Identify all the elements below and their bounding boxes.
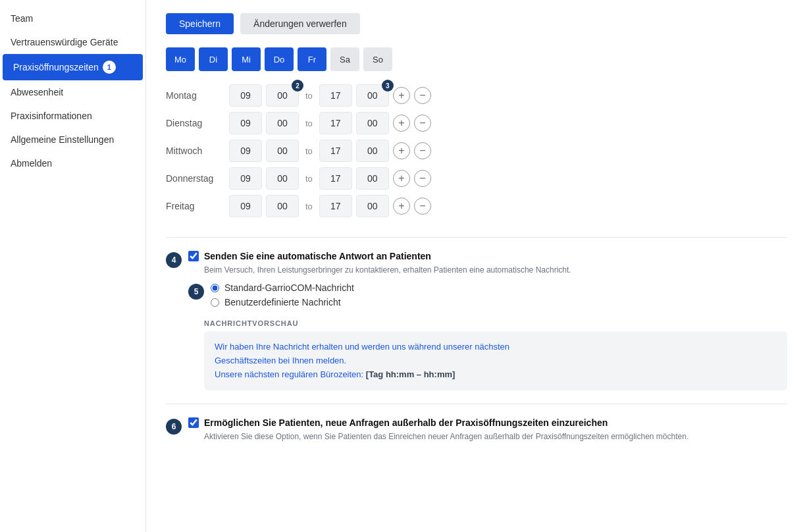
step-badge-5: 5: [188, 284, 204, 300]
outside-requests-content: Ermöglichen Sie Patienten, neue Anfragen…: [188, 417, 787, 449]
day-btn-sa[interactable]: Sa: [330, 47, 359, 71]
to-min-input[interactable]: 00: [356, 140, 389, 162]
sidebar-item-trusted-devices[interactable]: Vertrauenswürdige Geräte: [0, 30, 145, 54]
divider-2: [166, 404, 787, 404]
radio-custom[interactable]: [211, 298, 219, 307]
auto-response-checkbox-row: Senden Sie eine automatische Antwort an …: [188, 251, 787, 261]
to-hour-input[interactable]: 17: [319, 140, 352, 162]
add-slot-button[interactable]: +: [393, 115, 410, 132]
step-badge-4: 4: [166, 252, 182, 268]
sidebar-item-label: Allgemeine Einstellungen: [11, 134, 114, 145]
step-badge-2: 2: [292, 80, 303, 92]
add-slot-button[interactable]: +: [393, 170, 410, 187]
day-selector: Mo Di Mi Do Fr Sa So: [166, 47, 787, 71]
radio-standard-label: Standard-GarrioCOM-Nachricht: [224, 282, 354, 293]
day-name: Freitag: [166, 201, 225, 211]
from-hour-input[interactable]: 09: [229, 84, 262, 107]
from-hour-input[interactable]: 09: [229, 140, 262, 162]
add-slot-button[interactable]: +: [393, 142, 410, 159]
preview-label: NACHRICHTVORSCHAU: [204, 319, 787, 327]
preview-line2: Geschäftszeiten bei Ihnen melden.: [215, 356, 346, 365]
day-btn-fr[interactable]: Fr: [298, 47, 326, 71]
radio-group-content: Standard-GarrioCOM-Nachricht Benutzerdef…: [211, 282, 354, 311]
outside-requests-label: Ermöglichen Sie Patienten, neue Anfragen…: [204, 417, 608, 428]
from-min-input[interactable]: 00: [266, 167, 299, 190]
sidebar-badge: 1: [103, 61, 116, 74]
from-min-input[interactable]: 00: [266, 112, 299, 134]
day-btn-so[interactable]: So: [363, 47, 392, 71]
to-hour-input[interactable]: 17: [319, 112, 352, 134]
sidebar-item-absence[interactable]: Abwesenheit: [0, 80, 145, 104]
remove-slot-button[interactable]: −: [414, 198, 431, 215]
auto-response-checkbox[interactable]: [188, 251, 199, 261]
to-label: to: [305, 146, 313, 156]
from-hour-input[interactable]: 09: [229, 112, 262, 134]
day-name: Mittwoch: [166, 146, 225, 156]
table-row: Dienstag 09 00 to 17 00 + −: [166, 112, 787, 134]
sidebar-item-practice-info[interactable]: Praxisinformationen: [0, 104, 145, 128]
remove-slot-button[interactable]: −: [414, 87, 431, 104]
from-hour-input[interactable]: 09: [229, 167, 262, 190]
remove-slot-button[interactable]: −: [414, 170, 431, 187]
sidebar-item-label: Praxisinformationen: [11, 111, 92, 121]
to-min-input[interactable]: 00 3: [356, 84, 389, 107]
day-btn-mi[interactable]: Mi: [232, 47, 261, 71]
day-btn-mo[interactable]: Mo: [166, 47, 195, 71]
day-name: Dienstag: [166, 118, 225, 128]
to-hour-input[interactable]: 17: [319, 195, 352, 217]
sidebar-item-logout[interactable]: Abmelden: [0, 151, 145, 175]
to-min-wrap: 00 3: [356, 84, 389, 107]
sidebar-item-label: Team: [11, 13, 33, 24]
hours-table: Montag 09 00 2 to 17 00 3 + −: [166, 84, 787, 217]
outside-requests-checkbox[interactable]: [188, 417, 199, 428]
step-badge-3: 3: [382, 80, 394, 92]
sidebar-item-general-settings[interactable]: Allgemeine Einstellungen: [0, 128, 145, 151]
table-row: Donnerstag 09 00 to 17 00 + −: [166, 167, 787, 190]
remove-slot-button[interactable]: −: [414, 142, 431, 159]
sidebar-item-opening-hours[interactable]: Praxisöffnungszeiten 1: [3, 54, 143, 80]
outside-requests-checkbox-row: Ermöglichen Sie Patienten, neue Anfragen…: [188, 417, 787, 428]
preview-line1: Wir haben Ihre Nachricht erhalten und we…: [215, 342, 509, 352]
radio-row-standard: Standard-GarrioCOM-Nachricht: [211, 282, 354, 293]
to-label: to: [305, 174, 313, 184]
add-slot-button[interactable]: +: [393, 87, 410, 104]
auto-response-hint: Beim Versuch, Ihren Leistungserbringer z…: [204, 265, 787, 275]
outside-requests-hint: Aktivieren Sie diese Option, wenn Sie Pa…: [204, 432, 787, 441]
sidebar-item-label: Abwesenheit: [11, 87, 63, 97]
sidebar-item-label: Abmelden: [11, 158, 52, 169]
auto-response-content: Senden Sie eine automatische Antwort an …: [188, 251, 787, 390]
auto-response-section: 4 Senden Sie eine automatische Antwort a…: [166, 251, 787, 390]
to-min-input[interactable]: 00: [356, 167, 389, 190]
day-name: Donnerstag: [166, 173, 225, 184]
sidebar-item-label: Vertrauenswürdige Geräte: [11, 37, 118, 47]
from-hour-input[interactable]: 09: [229, 195, 262, 217]
add-slot-button[interactable]: +: [393, 198, 410, 215]
to-min-input[interactable]: 00: [356, 195, 389, 217]
save-button[interactable]: Speichern: [166, 13, 234, 34]
radio-row-custom: Benutzerdefinierte Nachricht: [211, 297, 354, 307]
table-row: Montag 09 00 2 to 17 00 3 + −: [166, 84, 787, 107]
remove-slot-button[interactable]: −: [414, 115, 431, 132]
outside-requests-section: 6 Ermöglichen Sie Patienten, neue Anfrag…: [166, 417, 787, 449]
from-hour-wrap: 09: [229, 84, 262, 107]
day-btn-di[interactable]: Di: [199, 47, 228, 71]
from-min-input[interactable]: 00: [266, 195, 299, 217]
sidebar-item-team[interactable]: Team: [0, 7, 145, 30]
table-row: Freitag 09 00 to 17 00 + −: [166, 195, 787, 217]
main-content: Speichern Änderungen verwerfen Mo Di Mi …: [146, 0, 807, 532]
to-label: to: [305, 201, 313, 211]
from-min-input[interactable]: 00 2: [266, 84, 299, 107]
day-name: Montag: [166, 90, 225, 101]
table-row: Mittwoch 09 00 to 17 00 + −: [166, 140, 787, 162]
to-min-input[interactable]: 00: [356, 112, 389, 134]
radio-standard[interactable]: [211, 284, 219, 292]
top-actions: Speichern Änderungen verwerfen: [166, 13, 787, 34]
to-hour-input[interactable]: 17: [319, 167, 352, 190]
from-min-input[interactable]: 00: [266, 140, 299, 162]
to-label: to: [305, 91, 313, 101]
divider: [166, 237, 787, 238]
to-hour-input[interactable]: 17: [319, 84, 352, 107]
discard-button[interactable]: Änderungen verwerfen: [240, 13, 360, 34]
day-btn-do[interactable]: Do: [265, 47, 294, 71]
preview-box: Wir haben Ihre Nachricht erhalten und we…: [204, 331, 787, 390]
